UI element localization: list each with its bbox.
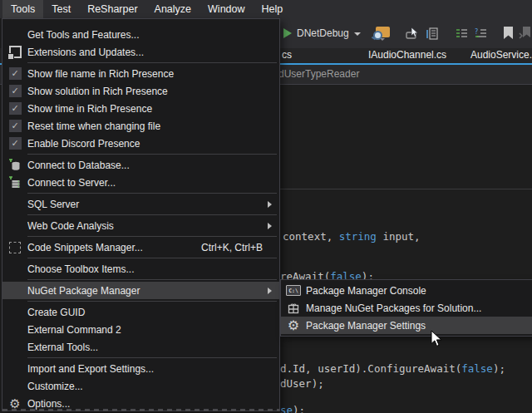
menu-item-label: NuGet Package Manager — [27, 285, 268, 297]
code-text: input, — [377, 230, 421, 243]
code-text: d.Id, userId).ConfigureAwait( — [280, 362, 461, 375]
menu-item-label: Show time in Rich Presence — [27, 103, 273, 115]
submenu-arrow-icon — [268, 288, 272, 294]
checkmark-icon: ✓ — [9, 67, 22, 80]
run-icon[interactable] — [283, 28, 292, 38]
menu-item-label: Reset time when changing file — [27, 120, 273, 132]
submenu-item-package-manager-console[interactable]: C:\ Package Manager Console — [281, 282, 532, 299]
menu-item-label: Customize... — [27, 381, 273, 392]
code-text: ); — [293, 404, 305, 413]
checkmark-icon: ✓ — [9, 102, 22, 115]
menu-item-label: External Command 2 — [27, 324, 273, 336]
packages-icon — [288, 302, 299, 314]
format-selection-icon[interactable]: ? — [474, 26, 488, 41]
menu-item-label: Package Manager Console — [306, 285, 532, 297]
bookmark-icon[interactable] — [503, 26, 514, 41]
toolbar: DNetDebug ? — [280, 18, 532, 48]
menu-item-label: Extensions and Updates... — [27, 47, 273, 58]
menu-item-enable-discord-presence[interactable]: ✓ Enable Discord Presence — [2, 135, 279, 152]
code-text: ); — [493, 362, 505, 375]
checkmark-icon: ✓ — [9, 137, 22, 150]
chevron-down-icon[interactable] — [354, 32, 361, 36]
menu-item-sql-server[interactable]: SQL Server — [2, 195, 279, 213]
tab-audioservice[interactable]: AudioService.cs — [470, 49, 532, 61]
menu-item-label: Manage NuGet Packages for Solution... — [306, 302, 532, 314]
console-icon: C:\ — [286, 285, 301, 296]
checkmark-icon: ✓ — [9, 120, 22, 132]
menu-item-choose-toolbox-items[interactable]: Choose Toolbox Items... — [2, 260, 279, 278]
server-icon — [8, 176, 22, 189]
menu-item-label: Import and Export Settings... — [27, 363, 273, 375]
submenu-item-manage-nuget-packages[interactable]: Manage NuGet Packages for Solution... — [281, 299, 532, 317]
find-in-files-icon[interactable] — [376, 27, 390, 41]
menu-clipped-edge — [2, 409, 279, 411]
menu-item-show-file-name[interactable]: ✓ Show file name in Rich Presence — [2, 65, 279, 82]
menu-item-label: SQL Server — [27, 199, 268, 210]
menu-item-show-time[interactable]: ✓ Show time in Rich Presence — [2, 100, 279, 117]
gear-icon: ⚙ — [288, 319, 299, 332]
code-line: d.Id, userId).ConfigureAwait(false); — [280, 362, 505, 375]
menu-item-connect-to-server[interactable]: Connect to Server... — [2, 174, 279, 191]
menu-item-external-command-2[interactable]: External Command 2 — [2, 321, 279, 338]
menu-item-connect-to-database[interactable]: Connect to Database... — [2, 156, 279, 174]
menu-item-label: External Tools... — [27, 342, 273, 353]
run-config-label[interactable]: DNetDebug — [297, 27, 349, 39]
menu-item-label: Connect to Server... — [27, 177, 273, 189]
menu-item-nuget-package-manager[interactable]: NuGet Package Manager — [2, 282, 279, 299]
menu-item-reset-time[interactable]: ✓ Reset time when changing file — [2, 117, 279, 135]
menu-item-extensions-and-updates[interactable]: Extensions and Updates... — [2, 43, 279, 61]
menu-item-label: Show file name in Rich Presence — [27, 68, 273, 80]
code-line: se); — [280, 404, 305, 413]
menu-item-label: Show solution in Rich Presence — [27, 86, 273, 97]
menu-item-label: Connect to Database... — [27, 160, 273, 171]
tools-menu: Get Tools and Features... Extensions and… — [2, 18, 280, 411]
menu-item-label: Get Tools and Features... — [27, 29, 273, 41]
menu-item-external-tools[interactable]: External Tools... — [2, 338, 279, 356]
menu-item-create-guid[interactable]: Create GUID — [2, 303, 279, 321]
menu-item-show-solution[interactable]: ✓ Show solution in Rich Presence — [2, 82, 279, 100]
menubar-item-tools[interactable]: Tools — [2, 0, 43, 18]
database-icon — [8, 159, 22, 172]
format-document-icon[interactable] — [455, 26, 469, 41]
snippets-icon — [9, 242, 21, 253]
breadcrumb-text: dUserTypeReader — [278, 68, 359, 80]
submenu-arrow-icon — [268, 223, 272, 229]
menu-item-code-snippets-manager[interactable]: Code Snippets Manager... Ctrl+K, Ctrl+B — [2, 238, 279, 256]
code-keyword: string — [339, 230, 377, 243]
menu-item-label: Code Snippets Manager... — [27, 242, 201, 253]
menu-bar: Tools Test ReSharper Analyze Window Help — [0, 0, 532, 18]
menu-shortcut: Ctrl+K, Ctrl+B — [201, 242, 263, 253]
menu-item-label: Create GUID — [27, 307, 273, 318]
submenu-item-package-manager-settings[interactable]: ⚙ Package Manager Settings — [281, 317, 532, 334]
menubar-item-help[interactable]: Help — [254, 0, 292, 18]
gear-icon: ⚙ — [9, 397, 20, 410]
svg-text:?: ? — [475, 28, 478, 36]
code-line: dUser); — [280, 377, 324, 390]
menu-item-customize[interactable]: Customize... — [2, 377, 279, 395]
menu-item-label: Options... — [27, 398, 273, 410]
copy-code-icon[interactable] — [425, 26, 440, 41]
bookmark-next-icon[interactable] — [519, 26, 532, 41]
code-line: context, string input, — [283, 230, 421, 243]
method-separator-line — [280, 189, 532, 189]
menu-item-label: Package Manager Settings — [306, 320, 532, 332]
tab-partial[interactable]: cs — [282, 49, 292, 61]
code-keyword: false — [461, 362, 493, 375]
code-text: dUser); — [280, 377, 324, 390]
menubar-item-resharper[interactable]: ReSharper — [79, 0, 145, 18]
menu-item-web-code-analysis[interactable]: Web Code Analysis — [2, 217, 279, 234]
navigate-to-icon[interactable] — [405, 26, 420, 41]
tab-iaudiochannel[interactable]: IAudioChannel.cs — [368, 49, 446, 61]
nuget-submenu: C:\ Package Manager Console Manage NuGet… — [280, 279, 532, 337]
menu-item-import-export-settings[interactable]: Import and Export Settings... — [2, 360, 279, 377]
menubar-item-test[interactable]: Test — [43, 0, 79, 18]
menu-item-get-tools-and-features[interactable]: Get Tools and Features... — [2, 26, 279, 43]
menubar-item-analyze[interactable]: Analyze — [146, 0, 200, 18]
menubar-item-window[interactable]: Window — [200, 0, 253, 18]
checkmark-icon: ✓ — [9, 85, 22, 97]
menu-item-label: Enable Discord Presence — [27, 138, 273, 150]
menu-item-label: Web Code Analysis — [27, 220, 268, 232]
code-text: context, — [283, 230, 339, 243]
menu-item-label: Choose Toolbox Items... — [27, 263, 273, 275]
submenu-arrow-icon — [268, 201, 272, 208]
